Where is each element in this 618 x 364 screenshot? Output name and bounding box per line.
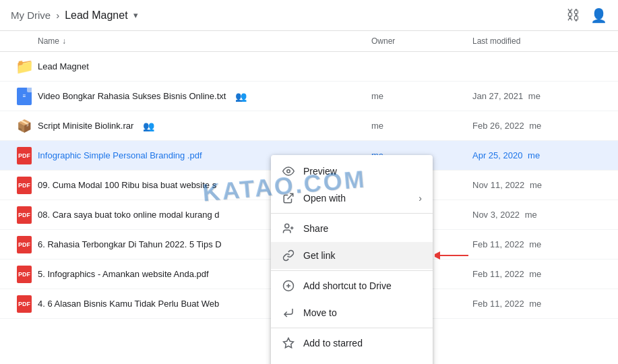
doc-icon: ≡ [11, 88, 38, 105]
breadcrumb-current: Lead Magnet [65, 9, 127, 22]
rar-icon: 📦 [11, 119, 38, 133]
file-modified: Feb 26, 2022 me [472, 121, 607, 131]
move-to-icon [282, 306, 295, 320]
file-modified: Feb 11, 2022 me [472, 269, 607, 279]
breadcrumb-dropdown-icon[interactable]: ▾ [133, 10, 138, 20]
table-row[interactable]: 📁 Lead Magnet [0, 52, 618, 82]
pdf-icon: PDF [11, 177, 38, 194]
red-arrow [435, 250, 472, 261]
menu-divider-3 [271, 328, 433, 328]
pdf-icon: PDF [11, 147, 38, 164]
preview-label: Preview [303, 166, 422, 177]
menu-item-move-to[interactable]: Move to [271, 299, 433, 326]
file-name: 09. Cuma Modal 100 Ribu bisa buat websit… [38, 180, 222, 190]
share-label: Share [303, 223, 422, 234]
menu-item-open-with[interactable]: Open with › [271, 185, 433, 212]
star-icon [282, 336, 295, 350]
menu-item-add-starred[interactable]: Add to starred [271, 330, 433, 357]
move-to-label: Move to [303, 307, 422, 318]
open-with-icon [282, 191, 295, 205]
context-menu: Preview Open with › Share Get link [271, 155, 433, 364]
svg-point-0 [287, 170, 290, 173]
add-starred-label: Add to starred [303, 338, 422, 348]
folder-icon: 📁 [11, 58, 38, 75]
preview-icon [282, 164, 295, 178]
file-name: Script Minisite Biolink.rar [38, 121, 139, 131]
breadcrumb-right: ⛓ 👤 [566, 7, 607, 24]
file-name: Lead Magnet [38, 61, 94, 71]
get-link-label: Get link [303, 250, 422, 261]
pdf-icon: PDF [11, 295, 38, 313]
file-name: Infographic Simple Personal Branding .pd… [38, 150, 208, 160]
file-modified: Feb 11, 2022 me [472, 299, 607, 309]
file-name: 4. 6 Alasan Bisnis Kamu Tidak Perlu Buat… [38, 299, 224, 309]
file-name: 08. Cara saya buat toko online modal kur… [38, 210, 225, 220]
file-modified: Nov 11, 2022 me [472, 180, 607, 190]
account-icon[interactable]: 👤 [590, 7, 607, 24]
menu-divider [271, 213, 433, 214]
table-row[interactable]: ≡ Video Bongkar Rahasia Sukses Bisnis On… [0, 82, 618, 111]
breadcrumb-left: My Drive › Lead Magnet ▾ [11, 9, 138, 22]
menu-item-share[interactable]: Share [271, 215, 433, 242]
col-modified: Last modified [472, 36, 607, 46]
link-icon[interactable]: ⛓ [566, 7, 580, 23]
breadcrumb-chevron-icon: › [56, 9, 59, 21]
col-owner: Owner [371, 36, 472, 46]
file-name: 5. Infographics - Amankan website Anda.p… [38, 269, 214, 279]
menu-item-add-shortcut[interactable]: Add shortcut to Drive [271, 272, 433, 299]
menu-item-preview[interactable]: Preview [271, 158, 433, 185]
pdf-icon: PDF [11, 266, 38, 283]
menu-item-get-link[interactable]: Get link [271, 242, 433, 269]
file-modified: Feb 11, 2022 me [472, 239, 607, 249]
sort-icon: ↓ [62, 36, 66, 46]
menu-divider-2 [271, 270, 433, 271]
share-icon [282, 222, 295, 235]
add-shortcut-icon [282, 279, 295, 293]
table-row[interactable]: 📦 Script Minisite Biolink.rar 👥 me Feb 2… [0, 111, 618, 141]
list-header: Name ↓ Owner Last modified [0, 31, 618, 52]
file-modified: Jan 27, 2021 me [472, 91, 607, 101]
pdf-icon: PDF [11, 236, 38, 253]
svg-point-2 [285, 224, 289, 228]
shared-icon: 👥 [143, 121, 154, 131]
svg-line-1 [288, 193, 293, 199]
get-link-icon [282, 249, 295, 262]
shared-icon: 👥 [235, 91, 247, 102]
file-name: Video Bongkar Rahasia Sukses Bisnis Onli… [38, 91, 231, 101]
col-name[interactable]: Name ↓ [38, 36, 371, 46]
add-shortcut-label: Add shortcut to Drive [303, 280, 422, 291]
file-name: 6. Rahasia Terbongkar Di Tahun 2022. 5 T… [38, 239, 227, 249]
file-owner: me [371, 121, 472, 131]
svg-marker-10 [284, 338, 294, 348]
file-modified: Nov 3, 2022 me [472, 210, 607, 220]
file-modified: Apr 25, 2020 me [472, 150, 607, 160]
submenu-arrow-icon: › [419, 193, 422, 204]
breadcrumb-bar: My Drive › Lead Magnet ▾ ⛓ 👤 [0, 0, 618, 31]
breadcrumb-mydrive[interactable]: My Drive [11, 9, 51, 21]
open-with-label: Open with [303, 193, 410, 204]
pdf-icon: PDF [11, 206, 38, 224]
menu-item-rename[interactable]: Rename [271, 357, 433, 364]
file-owner: me [371, 91, 472, 101]
